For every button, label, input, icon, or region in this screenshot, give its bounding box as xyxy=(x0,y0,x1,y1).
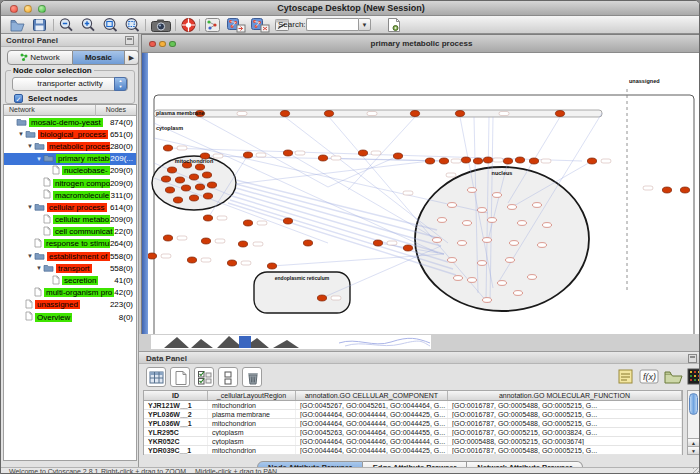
table-cell[interactable]: [GO:0016787, GO:0005215, GO:0003824, G..… xyxy=(448,428,682,436)
tree-item-label[interactable]: mosaic-demo-yeast xyxy=(29,118,103,127)
column-header[interactable]: annotation.GO CELLULAR_COMPONENT xyxy=(296,391,448,400)
disclosure-triangle-icon[interactable]: ▼ xyxy=(26,253,34,259)
formula-builder-icon[interactable]: f(x) xyxy=(639,368,657,386)
tree-col-nodes[interactable]: Nodes xyxy=(106,106,126,113)
tree-item-label[interactable]: macromolecule xyxy=(53,191,110,200)
scrollbar-thumb[interactable] xyxy=(689,393,698,415)
resize-grip[interactable] xyxy=(693,468,700,474)
table-cell[interactable]: [GO:0016787, GO:0005488, GO:0005215, G..… xyxy=(448,410,682,418)
table-cell[interactable]: [GO:0044464, GO:0044446, GO:0044444, G..… xyxy=(296,437,448,445)
tree-row[interactable]: unassigned223(0) xyxy=(4,299,136,311)
tree-item-label[interactable]: metabolic process xyxy=(47,142,110,151)
unselect-attributes-icon[interactable] xyxy=(218,367,238,387)
tree-row[interactable]: Overview8(0) xyxy=(4,311,136,323)
tree-item-label[interactable]: response to stimulu xyxy=(44,239,110,248)
node-color-dropdown[interactable]: transporter activity▲▼ xyxy=(12,77,128,91)
tree-item-label[interactable]: secretion xyxy=(62,276,98,285)
table-cell[interactable]: [GO:0044464, GO:0044444, GO:0044425, G..… xyxy=(296,446,448,454)
table-row[interactable]: YLR295Ccytoplasm[GO:0045263, GO:0044464,… xyxy=(144,428,682,437)
import-attributes-icon[interactable] xyxy=(663,368,681,386)
tree-row[interactable]: ▼metabolic process280(0) xyxy=(4,140,136,152)
tree-item-label[interactable]: unassigned xyxy=(35,300,80,309)
tree-row[interactable]: nitrogen compo209(0) xyxy=(4,177,136,189)
scroll-down-button[interactable]: ▼ xyxy=(688,446,699,454)
tree-row[interactable]: ▼transport558(0) xyxy=(4,262,136,274)
table-cell[interactable]: mitochondrion xyxy=(208,401,296,409)
table-cell[interactable]: YPL036W__2 xyxy=(144,410,208,418)
tree-item-label[interactable]: Overview xyxy=(35,313,72,322)
tree-row[interactable]: ▼primary metabo209(... xyxy=(4,153,136,165)
table-vertical-scrollbar[interactable]: ▲ ▼ xyxy=(687,390,700,455)
new-attribute-icon[interactable] xyxy=(170,367,190,387)
tree-item-label[interactable]: establishment of lo xyxy=(47,252,110,261)
attribute-table[interactable]: ID_cellularLayoutRegionannotation.GO CEL… xyxy=(143,390,683,455)
tree-item-label[interactable]: nucleobase- xyxy=(62,166,110,175)
tree-row[interactable]: mosaic-demo-yeast874(0) xyxy=(4,116,136,128)
network-view-titlebar[interactable]: primary metabolic process xyxy=(142,35,700,53)
tree-item-label[interactable]: cell communicat xyxy=(53,227,114,236)
scroll-up-button[interactable]: ▲ xyxy=(688,438,699,446)
tree-row[interactable]: nucleobase-209(0) xyxy=(4,165,136,177)
tree-row[interactable]: multi-organism pro42(0) xyxy=(4,287,136,299)
attribute-table-header[interactable]: ID_cellularLayoutRegionannotation.GO CEL… xyxy=(144,391,682,401)
search-input[interactable] xyxy=(306,18,358,31)
table-row[interactable]: YJR121W__1mitochondrion[GO:0045267, GO:0… xyxy=(144,401,682,410)
column-header[interactable]: annotation.GO MOLECULAR_FUNCTION xyxy=(448,391,682,400)
table-cell[interactable]: YLR295C xyxy=(144,428,208,436)
select-nodes-checkbox[interactable]: ✓ xyxy=(14,94,23,103)
disclosure-triangle-icon[interactable]: ▼ xyxy=(17,131,25,137)
tree-item-label[interactable]: multi-organism pro xyxy=(44,288,114,297)
disclosure-triangle-icon[interactable]: ▼ xyxy=(35,265,43,271)
tree-item-label[interactable]: transport xyxy=(56,264,92,273)
help-lifering-icon[interactable] xyxy=(180,17,197,33)
zoom-out-icon[interactable] xyxy=(58,17,75,33)
zoom-fit-icon[interactable] xyxy=(102,17,119,33)
tree-item-label[interactable]: nitrogen compo xyxy=(53,179,110,188)
tab-network[interactable]: Network xyxy=(7,50,73,65)
table-row[interactable]: YPL036W__1mitochondrion[GO:0044464, GO:0… xyxy=(144,419,682,428)
tree-row[interactable]: ▼establishment of lo558(0) xyxy=(4,250,136,262)
tree-row[interactable]: cell communicat22(0) xyxy=(4,226,136,238)
table-cell[interactable]: mitochondrion xyxy=(208,446,296,454)
disclosure-triangle-icon[interactable]: ▼ xyxy=(26,143,34,149)
table-row[interactable]: YKR052Ccytoplasm[GO:0044464, GO:0044446,… xyxy=(144,437,682,446)
tree-item-label[interactable]: biological_process xyxy=(38,130,108,139)
disclosure-triangle-icon[interactable]: ▼ xyxy=(35,156,43,162)
float-data-panel-icon[interactable] xyxy=(688,354,697,363)
destroy-network-view-icon[interactable] xyxy=(250,17,270,33)
column-header[interactable]: _cellularLayoutRegion xyxy=(208,391,296,400)
open-folder-icon[interactable] xyxy=(9,17,26,33)
create-network-view-icon[interactable] xyxy=(226,17,246,33)
tree-row[interactable]: cellular metabo209(0) xyxy=(4,214,136,226)
table-row[interactable]: YDR039C__1mitochondrion[GO:0044464, GO:0… xyxy=(144,446,682,455)
tab-mosaic[interactable]: Mosaic xyxy=(73,50,125,65)
table-row[interactable]: YPL036W__2plasma membrane[GO:0044464, GO… xyxy=(144,410,682,419)
table-cell[interactable]: [GO:0016787, GO:0005488, GO:0005215, G..… xyxy=(448,401,682,409)
delete-attribute-icon[interactable] xyxy=(242,367,262,387)
zoom-selected-icon[interactable] xyxy=(124,17,141,33)
column-header[interactable]: ID xyxy=(144,391,208,400)
matrix-icon[interactable] xyxy=(687,368,700,386)
table-cell[interactable]: [GO:0005488, GO:0005215, GO:0003674] xyxy=(448,437,682,445)
table-cell[interactable]: [GO:0016787, GO:0005488, GO:0005215, G..… xyxy=(448,446,682,454)
table-cell[interactable]: [GO:0045267, GO:0045261, GO:0044464, G..… xyxy=(296,401,448,409)
tree-row[interactable]: macromolecule311(0) xyxy=(4,189,136,201)
table-cell[interactable]: mitochondrion xyxy=(208,419,296,427)
table-cell[interactable]: YKR052C xyxy=(144,437,208,445)
tree-item-label[interactable]: cellular metabo xyxy=(53,215,110,224)
tree-item-label[interactable]: cellular process xyxy=(47,203,107,212)
select-attributes-icon[interactable] xyxy=(194,367,214,387)
snapshot-camera-icon[interactable] xyxy=(150,17,172,33)
network-canvas[interactable]: plasma membranecytoplasmmitochondrionnuc… xyxy=(148,53,700,334)
table-cell[interactable]: YDR039C__1 xyxy=(144,446,208,454)
tree-row[interactable]: secretion41(0) xyxy=(4,274,136,286)
attribute-table-icon[interactable] xyxy=(146,367,166,387)
table-cell[interactable]: [GO:0044464, GO:0044444, GO:0044425, G..… xyxy=(296,419,448,427)
search-options-icon[interactable] xyxy=(385,17,402,33)
table-cell[interactable]: YPL036W__1 xyxy=(144,419,208,427)
tree-row[interactable]: response to stimulu264(0) xyxy=(4,238,136,250)
tab-overflow-arrow[interactable]: ▶ xyxy=(125,50,139,65)
tree-row[interactable]: ▼biological_process651(0) xyxy=(4,128,136,140)
table-cell[interactable]: [GO:0045263, GO:0044464, GO:0044455, G..… xyxy=(296,428,448,436)
table-cell[interactable]: plasma membrane xyxy=(208,410,296,418)
